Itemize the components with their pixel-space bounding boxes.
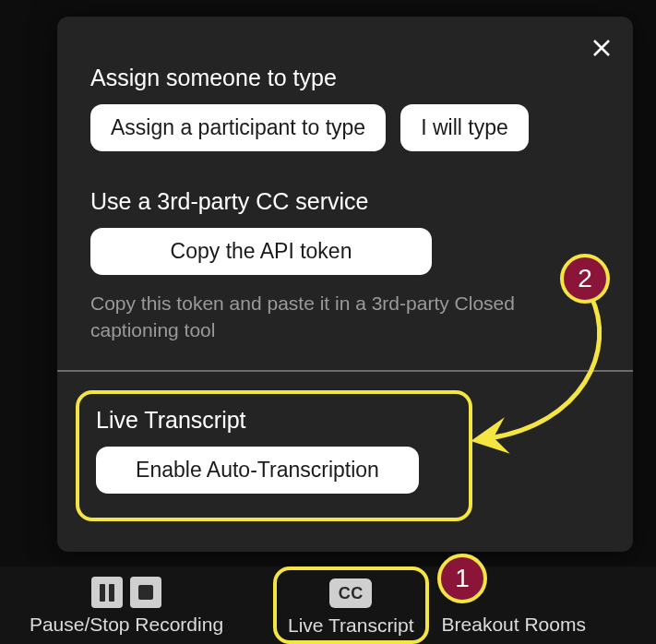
toolbar-live-transcript-highlight: CC Live Transcript [273, 566, 429, 644]
thirdparty-heading: Use a 3rd-party CC service [90, 188, 600, 215]
annotation-step-2: 2 [560, 254, 610, 304]
close-button[interactable] [590, 37, 613, 63]
toolbar-live-transcript[interactable]: CC Live Transcript [288, 576, 414, 637]
assign-participant-button[interactable]: Assign a participant to type [90, 104, 386, 151]
meeting-toolbar: Pause/Stop Recording CC Live Transcript … [0, 566, 656, 644]
live-transcript-heading: Live Transcript [96, 407, 452, 434]
annotation-step-1: 1 [437, 554, 487, 603]
assign-section: Assign someone to type Assign a particip… [57, 17, 633, 151]
assign-heading: Assign someone to type [90, 65, 600, 91]
divider [57, 370, 633, 372]
cc-options-panel: Assign someone to type Assign a particip… [57, 17, 633, 552]
stop-icon [130, 577, 161, 608]
assign-button-row: Assign a participant to type I will type [90, 104, 600, 151]
toolbar-record[interactable]: Pause/Stop Recording [20, 575, 233, 636]
copy-api-token-button[interactable]: Copy the API token [90, 228, 432, 275]
i-will-type-button[interactable]: I will type [400, 104, 529, 151]
toolbar-live-transcript-label: Live Transcript [288, 614, 414, 637]
close-icon [590, 37, 613, 59]
thirdparty-section: Use a 3rd-party CC service Copy the API … [57, 188, 633, 344]
toolbar-breakout-label: Breakout Rooms [442, 614, 586, 636]
cc-icon: CC [329, 578, 372, 608]
enable-auto-transcription-button[interactable]: Enable Auto-Transcription [96, 447, 419, 494]
live-transcript-section: Live Transcript Enable Auto-Transcriptio… [76, 390, 472, 521]
thirdparty-hint: Copy this token and paste it in a 3rd-pa… [90, 290, 600, 344]
toolbar-record-label: Pause/Stop Recording [30, 614, 223, 636]
breakout-rooms-icon [497, 576, 531, 609]
pause-icon [91, 577, 123, 608]
